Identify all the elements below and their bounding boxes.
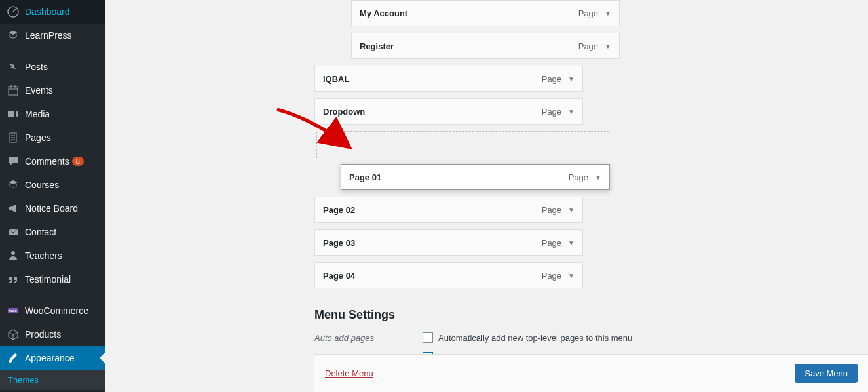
sidebar-item-label: Media (25, 109, 50, 119)
menu-item[interactable]: Page 03Page▼ (314, 229, 583, 256)
menu-item-meta[interactable]: Page▼ (542, 238, 575, 248)
delete-menu-link[interactable]: Delete Menu (325, 368, 373, 378)
menu-footer: Delete Menu Save Menu (314, 354, 868, 392)
sidebar-item-label: Courses (25, 180, 59, 190)
menu-item[interactable]: DropdownPage▼ (314, 98, 583, 125)
menu-item-type: Page (542, 205, 561, 215)
menu-item-title: My Account (360, 9, 407, 18)
sidebar-item-media[interactable]: Media (0, 102, 105, 126)
product-icon (7, 328, 20, 341)
sidebar-item-label: Posts (25, 62, 48, 72)
chevron-down-icon: ▼ (595, 174, 601, 181)
menu-item-title: Page 03 (323, 238, 355, 248)
drop-placeholder (341, 131, 609, 157)
menu-item-meta[interactable]: Page▼ (578, 41, 611, 51)
menu-settings-heading: Menu Settings (314, 308, 855, 322)
setting-auto-add-label: Auto add pages (314, 333, 423, 343)
calendar-icon (7, 84, 20, 97)
sidebar-item-label: LearnPress (25, 30, 72, 41)
menu-item-title: Page 02 (323, 205, 355, 215)
sidebar-item-label: Comments (25, 156, 69, 167)
pin-icon (7, 60, 20, 73)
menu-item-meta[interactable]: Page▼ (578, 9, 611, 18)
menu-item[interactable]: RegisterPage▼ (351, 33, 620, 59)
sidebar-item-courses[interactable]: Courses (0, 173, 105, 197)
mail-icon (7, 225, 20, 239)
sidebar-item-label: WooCommerce (25, 305, 88, 316)
menu-item-meta[interactable]: Page▼ (542, 107, 575, 117)
quote-icon (7, 273, 20, 286)
chevron-down-icon: ▼ (568, 272, 575, 279)
svg-text:woo: woo (9, 309, 17, 313)
chevron-down-icon: ▼ (568, 108, 575, 115)
sidebar-sub-themes[interactable]: Themes (0, 370, 105, 390)
menu-item-type: Page (578, 9, 598, 18)
sidebar-item-pages[interactable]: Pages (0, 126, 105, 149)
menu-item[interactable]: My AccountPage▼ (351, 0, 620, 26)
sidebar-item-appearance[interactable]: Appearance (0, 346, 105, 370)
pages-icon (7, 131, 20, 144)
menu-item-meta[interactable]: Page▼ (542, 74, 575, 84)
save-menu-button[interactable]: Save Menu (795, 364, 858, 383)
chevron-down-icon: ▼ (605, 10, 611, 17)
sidebar-item-teachers[interactable]: Teachers (0, 244, 105, 267)
menu-item[interactable]: IQBALPage▼ (314, 66, 583, 92)
menu-structure: My AccountPage▼RegisterPage▼IQBALPage▼Dr… (314, 0, 868, 372)
menu-item-type: Page (542, 107, 561, 117)
menu-item-type: Page (542, 238, 561, 248)
sidebar-item-products[interactable]: Products (0, 323, 105, 346)
menu-item-meta[interactable]: Page▼ (569, 172, 601, 182)
media-icon (7, 108, 20, 121)
menu-item[interactable]: Page 01Page▼ (341, 164, 610, 190)
sidebar-item-comments[interactable]: Comments8 (0, 149, 105, 173)
sidebar-item-learnpress[interactable]: LearnPress (0, 24, 105, 47)
teacher-icon (7, 249, 20, 262)
sidebar-item-dashboard[interactable]: Dashboard (0, 0, 105, 24)
main-area: My AccountPage▼RegisterPage▼IQBALPage▼Dr… (105, 0, 868, 392)
dashboard-icon (7, 5, 20, 18)
sidebar-item-posts[interactable]: Posts (0, 55, 105, 79)
sidebar-item-label: Notice Board (25, 203, 78, 214)
setting-auto-add-text: Automatically add new top-level pages to… (438, 333, 632, 343)
menu-item-title: IQBAL (323, 74, 349, 84)
menu-item-meta[interactable]: Page▼ (542, 271, 575, 281)
menu-item-type: Page (542, 271, 561, 281)
sidebar-item-label: Pages (25, 132, 51, 143)
menu-item-title: Page 04 (323, 271, 355, 281)
menu-item-meta[interactable]: Page▼ (542, 205, 575, 215)
learnpress-icon (7, 29, 20, 42)
admin-sidebar: DashboardLearnPressPostsEventsMediaPages… (0, 0, 105, 392)
sidebar-item-notice-board[interactable]: Notice Board (0, 197, 105, 220)
sidebar-badge: 8 (72, 157, 84, 166)
chevron-down-icon: ▼ (568, 239, 575, 246)
chevron-down-icon: ▼ (568, 75, 575, 83)
menu-item[interactable]: Page 02Page▼ (314, 197, 583, 223)
sidebar-item-label: Appearance (25, 353, 75, 363)
sidebar-item-label: Dashboard (25, 7, 70, 17)
brush-icon (7, 351, 20, 364)
svg-rect-1 (9, 87, 18, 95)
sidebar-item-label: Contact (25, 227, 56, 237)
checkbox-auto-add[interactable] (423, 332, 433, 343)
menu-item-title: Dropdown (323, 107, 365, 117)
sidebar-item-woocommerce[interactable]: wooWooCommerce (0, 299, 105, 323)
sidebar-item-contact[interactable]: Contact (0, 220, 105, 244)
menu-item-type: Page (542, 74, 561, 84)
setting-auto-add: Auto add pages Automatically add new top… (314, 332, 855, 343)
sidebar-item-label: Products (25, 329, 61, 340)
menu-item-type: Page (569, 172, 588, 182)
sidebar-item-label: Testimonial (25, 274, 71, 284)
comment-icon (7, 155, 20, 168)
sidebar-item-label: Teachers (25, 250, 62, 261)
chevron-down-icon: ▼ (568, 206, 575, 214)
menu-item[interactable]: Page 04Page▼ (314, 262, 583, 288)
svg-rect-2 (8, 111, 14, 117)
menu-item-type: Page (578, 41, 598, 51)
sidebar-item-testimonial[interactable]: Testimonial (0, 267, 105, 291)
learnpress-icon (7, 178, 20, 191)
menu-item-title: Register (360, 41, 394, 51)
woo-icon: woo (7, 304, 20, 317)
megaphone-icon (7, 202, 20, 215)
sidebar-item-label: Events (25, 85, 53, 96)
sidebar-item-events[interactable]: Events (0, 79, 105, 102)
